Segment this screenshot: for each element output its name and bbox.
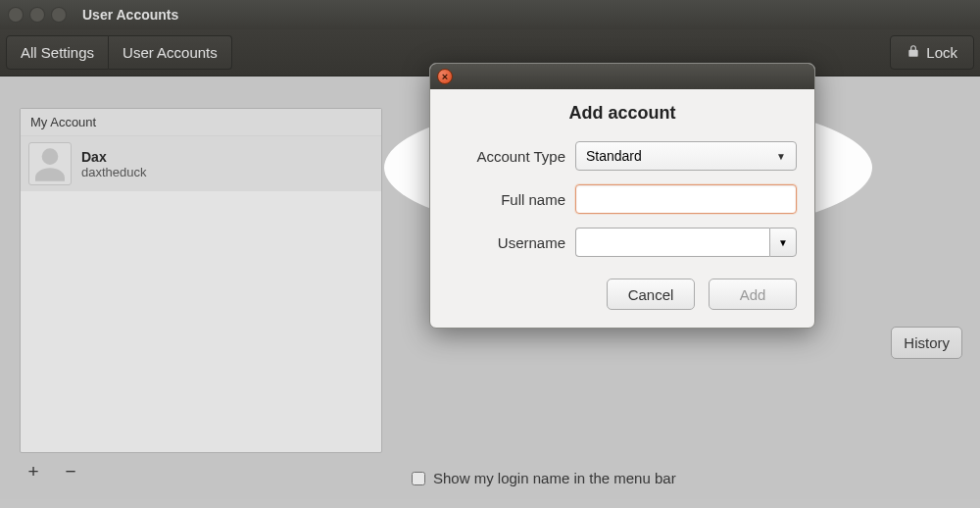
add-button[interactable]: Add <box>709 279 797 310</box>
account-text: Dax daxtheduck <box>81 149 147 179</box>
window-maximize-button[interactable] <box>51 7 67 23</box>
dialog-titlebar <box>430 64 814 89</box>
window-minimize-button[interactable] <box>29 7 45 23</box>
full-name-row: Full name <box>448 184 797 214</box>
avatar <box>28 142 72 185</box>
remove-account-button[interactable]: − <box>61 461 80 483</box>
show-login-checkbox[interactable] <box>412 472 425 485</box>
username-row: Username ▼ <box>448 228 797 257</box>
chevron-down-icon: ▼ <box>776 151 786 162</box>
chevron-down-icon: ▼ <box>778 237 788 248</box>
lock-button[interactable]: Lock <box>890 35 974 70</box>
show-login-row: Show my login name in the menu bar <box>412 470 676 486</box>
user-accounts-breadcrumb[interactable]: User Accounts <box>109 35 232 70</box>
username-dropdown-button[interactable]: ▼ <box>769 228 797 257</box>
cancel-button[interactable]: Cancel <box>607 279 695 310</box>
window-titlebar: User Accounts <box>0 0 980 29</box>
account-row[interactable]: Dax daxtheduck <box>21 136 381 191</box>
window-title: User Accounts <box>82 7 178 23</box>
show-login-label: Show my login name in the menu bar <box>433 470 676 486</box>
account-type-row: Account Type Standard ▼ <box>448 141 797 171</box>
full-name-input[interactable] <box>575 184 797 214</box>
lock-button-label: Lock <box>926 44 957 61</box>
dialog-close-button[interactable] <box>437 69 453 84</box>
lock-icon <box>906 44 920 61</box>
dialog-title: Add account <box>448 103 797 124</box>
account-username: daxtheduck <box>81 165 147 179</box>
full-name-label: Full name <box>448 191 565 208</box>
account-list-actions: + − <box>24 461 80 483</box>
dialog-actions: Cancel Add <box>448 279 797 310</box>
account-list: My Account Dax daxtheduck <box>20 108 382 453</box>
username-label: Username <box>448 234 565 251</box>
username-combo: ▼ <box>575 228 797 257</box>
account-display-name: Dax <box>81 149 147 165</box>
account-list-header: My Account <box>21 109 381 136</box>
window-close-button[interactable] <box>8 7 24 23</box>
history-button[interactable]: History <box>891 327 962 359</box>
account-type-label: Account Type <box>448 148 565 165</box>
account-type-select[interactable]: Standard ▼ <box>575 141 797 171</box>
username-input[interactable] <box>575 228 769 257</box>
account-type-value: Standard <box>586 148 642 164</box>
add-account-dialog: Add account Account Type Standard ▼ Full… <box>429 63 815 329</box>
all-settings-button[interactable]: All Settings <box>6 35 109 70</box>
add-account-button[interactable]: + <box>24 461 43 483</box>
